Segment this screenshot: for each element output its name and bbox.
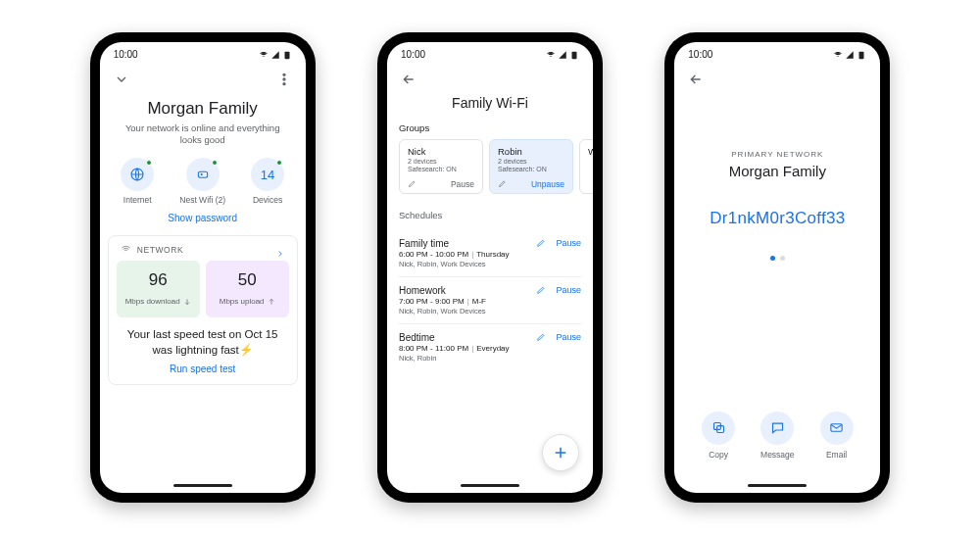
group-action[interactable]: Unpause bbox=[531, 179, 564, 189]
schedule-time: 7:00 PM - 9:00 PM bbox=[399, 297, 465, 306]
kebab-icon bbox=[276, 72, 292, 87]
action-label: Email bbox=[826, 450, 847, 460]
svg-point-2 bbox=[283, 78, 285, 80]
tile-internet[interactable]: Internet bbox=[121, 158, 154, 205]
status-time: 10:00 bbox=[401, 49, 425, 60]
back-button[interactable] bbox=[399, 70, 418, 89]
pause-button[interactable]: Pause bbox=[556, 285, 581, 295]
schedule-devices: Nick, Robin, Work Devices bbox=[399, 307, 530, 316]
schedule-devices: Nick, Robin bbox=[399, 354, 530, 363]
add-fab[interactable] bbox=[542, 434, 579, 471]
home-handle[interactable] bbox=[461, 484, 519, 487]
pencil-icon[interactable] bbox=[408, 179, 416, 188]
show-password-button[interactable]: Show password bbox=[100, 213, 306, 223]
wifi-icon bbox=[546, 50, 556, 60]
message-icon bbox=[770, 420, 785, 435]
schedule-name: Bedtime bbox=[399, 332, 530, 343]
network-status-text: Your network is online and everything lo… bbox=[125, 122, 280, 147]
group-devices: 2 devices bbox=[408, 158, 474, 165]
status-time: 10:00 bbox=[688, 49, 712, 60]
groups-heading: Groups bbox=[387, 122, 593, 139]
tile-nest-wifi[interactable]: Nest Wifi (2) bbox=[179, 158, 225, 205]
status-dot bbox=[212, 160, 218, 166]
pause-button[interactable]: Pause bbox=[556, 238, 581, 248]
schedule-time: 8:00 PM - 11:00 PM bbox=[399, 344, 468, 353]
upload-value: 50 bbox=[212, 270, 283, 290]
schedule-row[interactable]: Family time 6:00 PM - 10:00 PM|Thursday … bbox=[399, 230, 581, 277]
group-card-peek[interactable]: W bbox=[579, 139, 593, 194]
download-value: 96 bbox=[122, 270, 194, 290]
page-dot bbox=[780, 256, 785, 261]
card-heading: NETWORK bbox=[137, 245, 184, 255]
message-button[interactable]: Message bbox=[760, 412, 795, 460]
group-name: W bbox=[588, 146, 593, 157]
schedule-name: Family time bbox=[399, 238, 530, 249]
network-overline: PRIMARY NETWORK bbox=[731, 150, 823, 159]
back-button[interactable] bbox=[686, 70, 706, 89]
content: Morgan Family Your network is online and… bbox=[100, 93, 306, 479]
svg-point-3 bbox=[283, 82, 285, 84]
tile-devices[interactable]: 14 Devices bbox=[251, 158, 284, 205]
status-icons bbox=[259, 50, 292, 60]
wifi-icon bbox=[121, 244, 131, 255]
home-handle[interactable] bbox=[173, 484, 232, 487]
upload-box: 50 Mbps upload bbox=[206, 261, 289, 317]
group-devices: 2 devices bbox=[498, 158, 564, 165]
speed-row: 96 Mbps download 50 Mbps upload bbox=[117, 261, 289, 317]
copy-icon bbox=[711, 420, 726, 435]
action-label: Message bbox=[760, 450, 795, 460]
group-name: Robin bbox=[498, 146, 564, 157]
page-indicator bbox=[770, 256, 785, 261]
home-handle[interactable] bbox=[748, 484, 807, 487]
top-bar bbox=[674, 64, 880, 93]
group-card[interactable]: Nick 2 devices Safesearch: ON Pause bbox=[399, 139, 483, 194]
signal-icon bbox=[270, 50, 280, 60]
pause-button[interactable]: Pause bbox=[556, 332, 581, 342]
wifi-icon bbox=[833, 50, 843, 60]
status-bar: 10:00 bbox=[100, 42, 306, 64]
phone-share-password: 10:00 PRIMARY NETWORK Morgan Family Dr1n… bbox=[664, 32, 890, 503]
groups-row[interactable]: Nick 2 devices Safesearch: ON Pause Robi… bbox=[387, 139, 593, 194]
card-expand[interactable] bbox=[275, 245, 285, 255]
download-box: 96 Mbps download bbox=[117, 261, 200, 317]
svg-rect-8 bbox=[859, 51, 864, 59]
globe-icon bbox=[129, 167, 145, 182]
phone-network-overview: 10:00 Morgan Family Your network is onli… bbox=[90, 32, 316, 503]
svg-rect-5 bbox=[198, 172, 207, 178]
status-icons bbox=[833, 50, 866, 60]
group-card-selected[interactable]: Robin 2 devices Safesearch: ON Unpause bbox=[489, 139, 573, 194]
tile-label: Devices bbox=[253, 195, 282, 205]
schedule-days: M-F bbox=[472, 297, 486, 306]
schedule-row[interactable]: Bedtime 8:00 PM - 11:00 PM|Everyday Nick… bbox=[399, 324, 581, 370]
devices-count: 14 bbox=[261, 168, 274, 182]
upload-label: Mbps upload bbox=[220, 297, 265, 306]
status-bar: 10:00 bbox=[674, 42, 880, 64]
pencil-icon[interactable] bbox=[536, 238, 546, 248]
schedule-days: Everyday bbox=[476, 344, 509, 353]
network-title: Morgan Family bbox=[100, 99, 306, 119]
chevron-down-icon bbox=[114, 72, 129, 87]
schedule-row[interactable]: Homework 7:00 PM - 9:00 PM|M-F Nick, Rob… bbox=[399, 277, 581, 324]
pencil-icon[interactable] bbox=[536, 332, 546, 342]
share-actions: Copy Message Email bbox=[702, 412, 854, 460]
pencil-icon[interactable] bbox=[536, 285, 546, 295]
top-bar bbox=[387, 64, 593, 93]
group-action[interactable]: Pause bbox=[451, 179, 474, 189]
email-button[interactable]: Email bbox=[820, 412, 854, 460]
page-dot-active bbox=[770, 256, 775, 261]
speed-test-message: Your last speed test on Oct 15 was light… bbox=[121, 327, 285, 358]
arrow-up-icon bbox=[268, 298, 275, 306]
copy-button[interactable]: Copy bbox=[702, 412, 735, 460]
wifi-icon bbox=[259, 50, 269, 60]
pencil-icon[interactable] bbox=[498, 179, 507, 188]
back-button[interactable] bbox=[112, 70, 131, 89]
svg-point-6 bbox=[201, 174, 202, 175]
group-name: Nick bbox=[408, 146, 474, 157]
group-safesearch: Safesearch: ON bbox=[498, 166, 564, 172]
schedule-name: Homework bbox=[399, 285, 530, 296]
schedule-days: Thursday bbox=[476, 250, 509, 259]
schedule-time: 6:00 PM - 10:00 PM bbox=[399, 250, 468, 259]
more-button[interactable] bbox=[274, 70, 294, 89]
svg-rect-0 bbox=[284, 51, 289, 59]
run-speed-test-button[interactable]: Run speed test bbox=[117, 364, 289, 374]
